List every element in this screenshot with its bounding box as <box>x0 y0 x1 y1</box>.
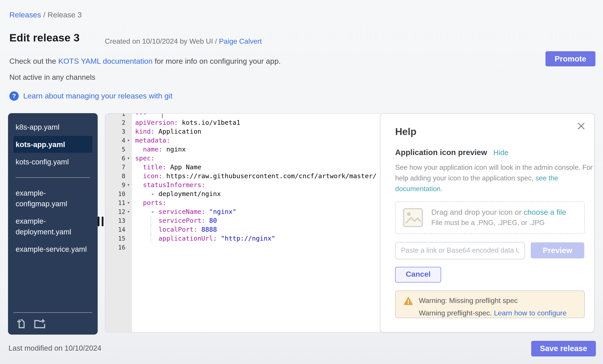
dropzone-instruction: Drag and drop your icon or choose a file <box>431 208 566 217</box>
hide-link[interactable]: Hide <box>493 148 509 157</box>
gutter-line[interactable]: 4▾ <box>105 136 132 145</box>
code-line: - serviceName: "nginx" <box>132 207 380 216</box>
description-text: See how your application icon will look … <box>395 164 593 182</box>
code-line: applicationUrl: "http://nginx" <box>132 234 380 243</box>
icon-preview-section-title: Application icon preview <box>395 148 487 157</box>
gutter-line[interactable]: 5 <box>105 145 132 154</box>
edit-release-page: Releases/Release 3 Edit release 3 Create… <box>0 0 603 364</box>
editor-gutter[interactable]: 1234▾56▾789▾1011▾12▾13141516 <box>105 114 132 332</box>
help-title: Help <box>395 126 585 138</box>
help-panel: Help Application icon preview Hide See h… <box>380 113 594 332</box>
close-icon[interactable] <box>577 122 586 131</box>
gutter-line[interactable]: 1 <box>105 114 132 118</box>
icon-dropzone[interactable]: Drag and drop your icon or choose a file… <box>395 201 585 234</box>
promote-button[interactable]: Promote <box>545 51 595 66</box>
yaml-editor[interactable]: 1234▾56▾789▾1011▾12▾13141516 ---apiVersi… <box>105 113 380 332</box>
file-item[interactable]: kots-config.yaml <box>13 153 92 170</box>
code-line <box>132 243 380 252</box>
icon-preview-description: See how your application icon will look … <box>395 162 594 194</box>
warning-triangle-icon <box>404 297 413 305</box>
footer-divider <box>105 332 594 332</box>
question-circle-icon: ? <box>9 91 19 101</box>
file-item[interactable]: kots-app.yaml <box>13 136 92 153</box>
file-list: k8s-app.yamlkots-app.yamlkots-config.yam… <box>8 113 98 257</box>
file-item[interactable]: example-configmap.yaml <box>13 185 92 212</box>
editor-code-area[interactable]: ---apiVersion: kots.io/v1beta1kind: Appl… <box>132 114 380 332</box>
code-line: metadata: <box>132 136 380 145</box>
fold-toggle-icon[interactable]: ▾ <box>125 156 132 160</box>
author-link[interactable]: Paige Calvert <box>219 37 262 45</box>
intro-pre: Check out the <box>9 57 58 66</box>
dropzone-file-types: File must be a .PNG, .JPEG, or .JPG <box>431 219 566 227</box>
code-line: servicePort: 80 <box>132 216 380 225</box>
learn-how-to-configure-link[interactable]: Learn how to configure <box>494 309 567 317</box>
sidebar-footer <box>13 307 92 335</box>
code-line: localPort: 8888 <box>132 225 380 234</box>
file-item[interactable]: example-service.yaml <box>13 241 92 257</box>
fold-toggle-icon[interactable]: ▾ <box>125 200 132 205</box>
add-file-icon[interactable] <box>16 318 26 329</box>
gutter-line[interactable]: 7 <box>105 163 132 172</box>
warning-title: Warning: Missing preflight spec <box>419 297 518 305</box>
preflight-warning-box: Warning: Missing preflight spec Warning … <box>395 290 585 318</box>
gutter-line[interactable]: 8 <box>105 172 132 180</box>
git-releases-link[interactable]: Learn about managing your releases with … <box>23 92 172 100</box>
gutter-line[interactable]: 10 <box>105 189 132 198</box>
preview-button[interactable]: Preview <box>531 242 584 258</box>
gutter-line[interactable]: 2 <box>105 118 132 127</box>
warning-detail: Warning preflight-spec. Learn how to con… <box>419 309 577 317</box>
gutter-line[interactable]: 14 <box>105 225 132 234</box>
icon-url-input[interactable] <box>395 242 525 259</box>
fold-toggle-icon[interactable]: ▾ <box>125 183 132 187</box>
breadcrumb-current: Release 3 <box>47 11 82 19</box>
intro-post: for more info on configuring your app. <box>152 57 281 66</box>
code-line: name: nginx <box>132 145 380 154</box>
save-release-button[interactable]: Save release <box>531 341 596 356</box>
choose-file-link[interactable]: choose a file <box>524 208 566 217</box>
intro-line: Check out the KOTS YAML documentation fo… <box>9 57 281 66</box>
text-cursor <box>162 114 163 118</box>
add-folder-icon[interactable] <box>34 319 46 329</box>
fold-toggle-icon[interactable]: ▾ <box>125 210 132 214</box>
code-line: icon: https://raw.githubusercontent.com/… <box>132 172 380 180</box>
description-period: . <box>441 185 442 192</box>
gutter-line[interactable]: 6▾ <box>105 154 132 163</box>
breadcrumb-separator: / <box>43 11 45 19</box>
gutter-line[interactable]: 11▾ <box>105 198 132 207</box>
file-item[interactable]: k8s-app.yaml <box>13 119 92 135</box>
sidebar-footer-divider <box>13 312 92 313</box>
warning-detail-text: Warning preflight-spec. <box>419 309 494 317</box>
code-line: apiVersion: kots.io/v1beta1 <box>132 118 380 127</box>
code-line: spec: <box>132 154 380 163</box>
code-line: --- <box>132 114 380 118</box>
cancel-button[interactable]: Cancel <box>395 267 441 282</box>
page-title: Edit release 3 <box>9 32 80 44</box>
channel-status: Not active in any channels <box>9 73 95 82</box>
code-line: ports: <box>132 198 380 207</box>
gutter-line[interactable]: 3 <box>105 127 132 136</box>
code-line: kind: Application <box>132 127 380 136</box>
gutter-line[interactable]: 16 <box>105 243 132 252</box>
gutter-line[interactable]: 15 <box>105 234 132 243</box>
breadcrumb-releases-link[interactable]: Releases <box>9 11 41 19</box>
gutter-line[interactable]: 9▾ <box>105 180 132 189</box>
file-list-divider <box>16 177 90 178</box>
file-sidebar: k8s-app.yamlkots-app.yamlkots-config.yam… <box>8 113 98 335</box>
sidebar-resize-handle[interactable] <box>98 217 106 226</box>
code-line: - deployment/nginx <box>132 189 380 198</box>
gutter-line[interactable]: 12▾ <box>105 207 132 216</box>
git-help-row: ? Learn about managing your releases wit… <box>9 91 172 101</box>
created-line: Created on 10/10/2024 by Web UI / Paige … <box>105 37 262 45</box>
gutter-line[interactable]: 13 <box>105 216 132 225</box>
kots-yaml-docs-link[interactable]: KOTS YAML documentation <box>58 57 152 66</box>
last-modified-text: Last modified on 10/10/2024 <box>9 344 102 353</box>
fold-toggle-icon[interactable]: ▾ <box>125 138 132 143</box>
breadcrumb: Releases/Release 3 <box>9 11 82 20</box>
created-text: Created on 10/10/2024 by Web UI / <box>105 37 219 45</box>
code-line: title: App Name <box>132 163 380 172</box>
code-line: statusInformers: <box>132 180 380 189</box>
dropzone-text: Drag and drop your icon or <box>431 208 524 217</box>
file-item[interactable]: example-deployment.yaml <box>13 212 92 240</box>
image-placeholder-icon <box>403 207 423 227</box>
